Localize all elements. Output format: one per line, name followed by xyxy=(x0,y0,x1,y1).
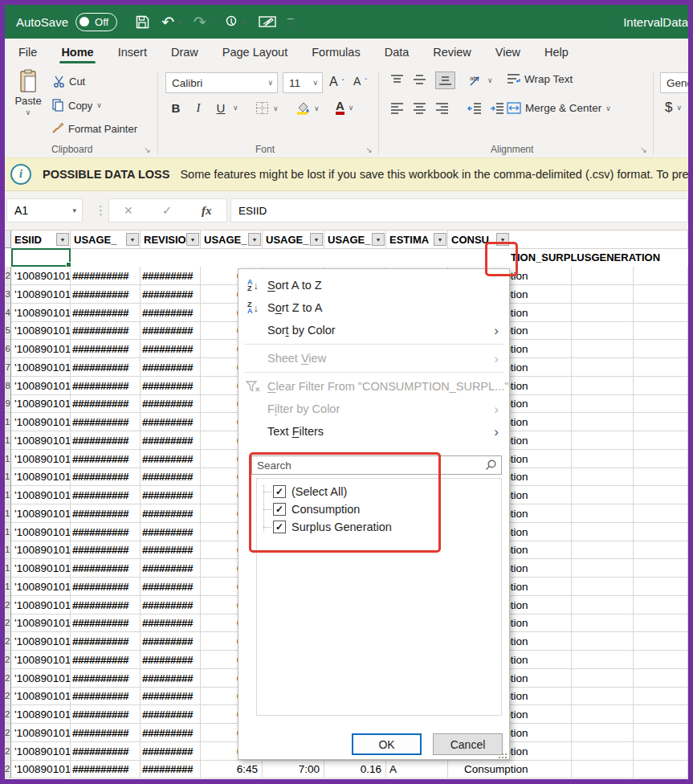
cell-revision[interactable]: ######### xyxy=(141,504,201,523)
row-header-22[interactable]: 22 xyxy=(5,632,11,651)
row-header-11[interactable]: 11 xyxy=(5,431,11,450)
cell-empty[interactable] xyxy=(634,267,688,285)
middle-align-button[interactable] xyxy=(413,74,426,85)
align-right-button[interactable] xyxy=(435,103,449,114)
filter-button-g[interactable]: ▼ xyxy=(434,233,446,246)
row-header-25[interactable]: 25 xyxy=(5,687,11,705)
row-header-20[interactable]: 20 xyxy=(5,596,11,615)
cell-empty[interactable] xyxy=(634,377,688,395)
cell-revision[interactable]: ######### xyxy=(141,523,201,541)
filter-button-e[interactable]: ▼ xyxy=(310,233,323,246)
cell-usage[interactable]: ########## xyxy=(71,450,141,468)
field-header-usage-[interactable]: USAGE_▼ xyxy=(263,231,324,249)
tab-insert[interactable]: Insert xyxy=(106,39,159,66)
cell-esiid[interactable]: '100890101 xyxy=(11,285,71,304)
cell-revision[interactable]: ######### xyxy=(141,450,201,468)
tab-review[interactable]: Review xyxy=(421,39,483,66)
row-header-24[interactable]: 24 xyxy=(5,669,11,688)
cancel-formula-icon[interactable]: × xyxy=(124,202,132,219)
row-header-4[interactable]: 4 xyxy=(5,304,11,322)
cell-esiid[interactable]: '100890101 xyxy=(11,705,71,724)
cell-empty[interactable] xyxy=(634,541,688,559)
top-align-button[interactable] xyxy=(390,74,404,85)
cell-esiid[interactable]: '100890101 xyxy=(11,394,71,413)
format-painter-button[interactable]: Format Painter xyxy=(51,122,137,135)
name-box[interactable]: A1 ▾ xyxy=(6,198,83,223)
save-icon[interactable] xyxy=(135,14,150,30)
cell-usage[interactable]: ########## xyxy=(71,377,141,395)
cell-esiid[interactable]: '100890101 xyxy=(11,504,71,523)
clipboard-dialog-launcher-icon[interactable]: ↘ xyxy=(143,146,152,155)
cell-revision[interactable]: ######### xyxy=(141,669,201,688)
cell-usage[interactable]: ########## xyxy=(71,614,141,632)
cell-esiid[interactable]: '100890101 xyxy=(11,413,71,431)
cell-usage-value[interactable]: 0.16 xyxy=(324,760,386,778)
font-dialog-launcher-icon[interactable]: ↘ xyxy=(365,146,373,155)
filter-button-h[interactable]: ▼ xyxy=(496,233,509,246)
font-color-button[interactable]: A ∨ xyxy=(336,100,353,115)
row-header-16[interactable]: 16 xyxy=(5,523,11,541)
cell-revision[interactable]: ######### xyxy=(141,687,201,705)
font-size-combo[interactable]: 11 ∨ xyxy=(283,72,323,93)
row-header-23[interactable]: 23 xyxy=(5,651,11,669)
row-header-14[interactable]: 14 xyxy=(5,486,11,504)
italic-button[interactable]: I xyxy=(190,101,207,115)
cell-revision[interactable]: ######### xyxy=(141,486,201,504)
filter-search-input[interactable] xyxy=(252,459,484,472)
cell-esiid[interactable]: '100890101 xyxy=(11,468,71,486)
cell-revision[interactable]: ######### xyxy=(141,541,201,559)
cell-revision[interactable]: ######### xyxy=(141,267,201,285)
cell-empty[interactable] xyxy=(634,450,688,468)
field-header-cell-j[interactable] xyxy=(572,231,634,249)
cell-empty[interactable] xyxy=(634,669,688,688)
cell-empty[interactable] xyxy=(572,632,634,651)
filter-option-consumption[interactable]: ✓Consumption xyxy=(257,500,501,518)
cell-revision[interactable]: ######### xyxy=(141,358,201,377)
cell-empty[interactable] xyxy=(634,742,688,761)
cell-empty[interactable] xyxy=(634,687,688,705)
cell-estimate-flag[interactable]: A xyxy=(386,760,448,778)
menu-item-sort-z-to-a[interactable]: ZA↓Sort Z to A xyxy=(238,296,509,319)
cell-revision[interactable]: ######### xyxy=(141,596,201,615)
row-header-13[interactable]: 13 xyxy=(5,468,11,486)
tab-help[interactable]: Help xyxy=(532,39,581,66)
cell-esiid[interactable]: '100890101 xyxy=(11,321,71,340)
cell-usage[interactable]: ########## xyxy=(71,705,141,724)
cell-revision[interactable]: ######### xyxy=(141,724,201,742)
menu-item-text-filters[interactable]: Text Filters› xyxy=(238,420,509,443)
cell-empty[interactable] xyxy=(634,486,688,504)
cell-empty[interactable] xyxy=(572,742,634,761)
cell-usage[interactable]: ########## xyxy=(71,321,141,340)
cell-esiid[interactable]: '100890101 xyxy=(11,304,71,322)
cell-esiid[interactable]: '100890101 xyxy=(11,632,71,651)
cell-empty[interactable] xyxy=(572,705,634,724)
row-header-3[interactable]: 3 xyxy=(5,285,11,304)
row-header-29[interactable]: 29 xyxy=(5,760,11,778)
cell-revision[interactable]: ######### xyxy=(141,651,201,669)
cell-empty[interactable] xyxy=(634,578,688,596)
cell-esiid[interactable]: '100890101 xyxy=(11,651,71,669)
enter-formula-icon[interactable]: ✓ xyxy=(162,203,173,218)
bold-button[interactable]: B xyxy=(167,101,185,115)
insert-function-icon[interactable]: fx xyxy=(202,204,212,218)
cell-time-end[interactable]: 7:00 xyxy=(263,760,324,778)
row-header-28[interactable]: 28 xyxy=(5,742,11,761)
formula-input[interactable]: ESIID xyxy=(230,198,688,223)
field-header-usage-[interactable]: USAGE_▼ xyxy=(71,231,141,249)
field-header-cell-k[interactable] xyxy=(634,231,688,249)
cell-esiid[interactable]: '100890101 xyxy=(11,431,71,450)
cell-esiid[interactable]: '100890101 xyxy=(11,377,71,395)
field-header-esiid[interactable]: ESIID▼ xyxy=(11,231,71,249)
row-header-18[interactable]: 18 xyxy=(5,559,11,578)
wrap-text-button[interactable]: Wrap Text xyxy=(507,73,573,85)
cell-empty[interactable] xyxy=(634,614,688,632)
cell-empty[interactable] xyxy=(572,760,634,778)
tab-view[interactable]: View xyxy=(483,39,532,66)
cell-empty[interactable] xyxy=(634,760,688,778)
cell-revision[interactable]: ######### xyxy=(141,394,201,413)
field-header-estima[interactable]: ESTIMA▼ xyxy=(386,231,448,249)
tab-page-layout[interactable]: Page Layout xyxy=(210,39,300,66)
cell-usage[interactable]: ########## xyxy=(71,431,141,450)
cell-usage[interactable]: ########## xyxy=(71,541,141,559)
row-header-5[interactable]: 5 xyxy=(5,321,11,340)
